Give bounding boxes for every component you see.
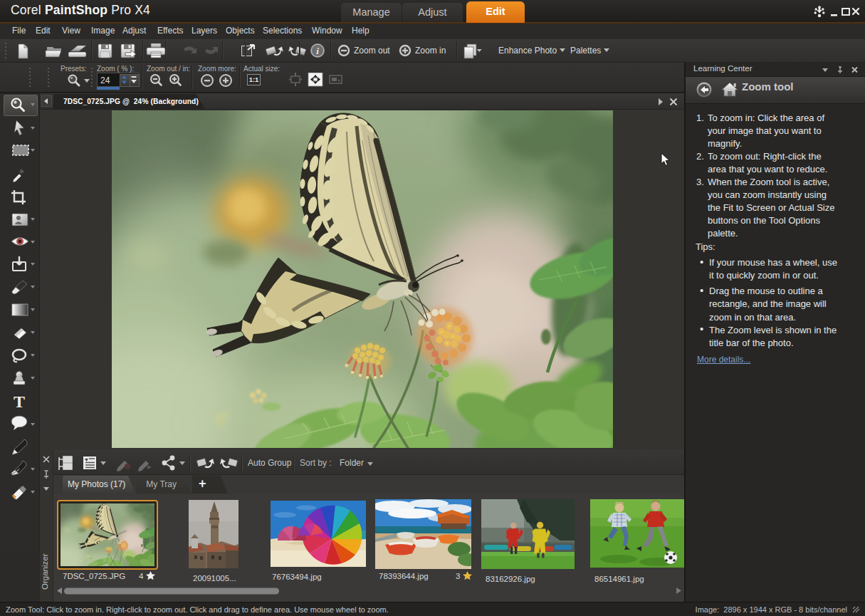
svg-text:T: T <box>14 392 25 411</box>
svg-text:i: i <box>316 46 319 56</box>
